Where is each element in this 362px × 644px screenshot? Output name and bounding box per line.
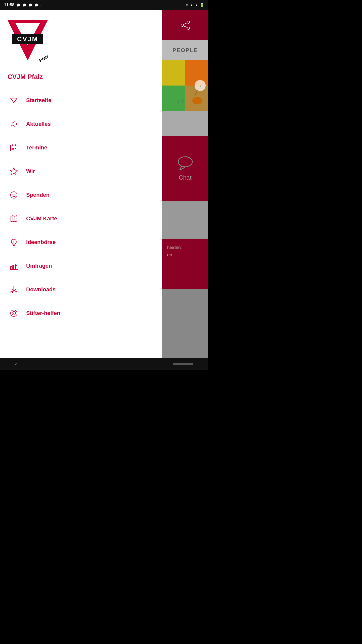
svg-text:Pfalz: Pfalz xyxy=(38,54,48,63)
sidebar-item-umfragen[interactable]: Umfragen xyxy=(0,254,162,278)
wifi-icon: ▲ xyxy=(190,3,193,7)
svg-rect-44 xyxy=(162,60,185,86)
svg-rect-27 xyxy=(12,265,14,269)
partial-text-1: heiden. xyxy=(167,244,203,251)
status-bar-right: ⊖ ▲ ▲ 🔋 xyxy=(186,3,204,7)
sidebar-item-downloads[interactable]: Downloads xyxy=(0,278,162,301)
people-label: PEOPLE xyxy=(172,47,198,54)
svg-rect-11 xyxy=(12,148,13,149)
nav-label-cvjm-karte: CVJM Karte xyxy=(26,215,57,222)
status-bar-left: 11:58 💬 💬 💬 💬 • xyxy=(4,3,41,7)
nav-list: Startseite Aktuelles xyxy=(0,86,162,328)
nav-label-wir: Wir xyxy=(26,168,35,175)
nav-label-termine: Termine xyxy=(26,144,47,151)
share-panel[interactable] xyxy=(162,10,208,40)
svg-rect-28 xyxy=(14,264,15,269)
sidebar-item-startseite[interactable]: Startseite xyxy=(0,89,162,112)
svg-line-42 xyxy=(184,26,187,27)
sidebar-item-cvjm-karte[interactable]: CVJM Karte xyxy=(0,207,162,230)
svg-rect-13 xyxy=(15,148,16,149)
megaphone-icon xyxy=(8,118,20,130)
next-image-button[interactable]: › xyxy=(195,80,206,91)
nav-label-umfragen: Umfragen xyxy=(26,263,52,269)
logo-svg: CVJM Pfalz xyxy=(8,20,48,70)
svg-point-39 xyxy=(187,27,190,29)
right-panel: PEOPLE ♪ ♫ › xyxy=(162,10,208,358)
svg-point-51 xyxy=(178,157,192,167)
gray-spacer-1 xyxy=(162,111,208,136)
notification-icon-2: 💬 xyxy=(22,3,26,7)
signal-block-icon: ⊖ xyxy=(186,3,188,7)
svg-rect-29 xyxy=(16,266,17,269)
svg-marker-5 xyxy=(11,98,17,103)
download-icon xyxy=(8,283,20,296)
dot-indicator: • xyxy=(40,4,41,7)
nav-label-stifter-helfen: Stifter-helfen xyxy=(26,310,60,316)
svg-rect-26 xyxy=(11,267,12,269)
image-panel[interactable]: ♪ ♫ › xyxy=(162,60,208,111)
main-container: CVJM Pfalz CVJM Pfalz Startseite xyxy=(0,10,208,358)
battery-icon: 🔋 xyxy=(200,3,204,7)
svg-point-48 xyxy=(192,97,202,104)
svg-point-38 xyxy=(187,21,190,23)
svg-marker-16 xyxy=(10,168,17,175)
svg-rect-32 xyxy=(15,291,17,293)
svg-text:CVJM: CVJM xyxy=(17,35,38,43)
notification-icon-4: 💬 xyxy=(34,3,38,7)
map-icon xyxy=(8,212,20,225)
time-display: 11:58 xyxy=(4,3,14,7)
svg-rect-12 xyxy=(13,148,14,149)
share-icon xyxy=(180,20,190,30)
sidebar-app-title: CVJM Pfalz xyxy=(8,73,155,81)
nav-label-ideenboerse: Ideenbörse xyxy=(26,239,56,246)
sidebar-header: CVJM Pfalz CVJM Pfalz xyxy=(0,10,162,86)
sidebar-item-termine[interactable]: Termine xyxy=(0,136,162,159)
image-inner: ♪ ♫ › xyxy=(162,60,208,111)
gray-spacer-2 xyxy=(162,201,208,239)
sidebar-drawer[interactable]: CVJM Pfalz CVJM Pfalz Startseite xyxy=(0,10,162,358)
svg-point-36 xyxy=(13,313,14,314)
nav-label-downloads: Downloads xyxy=(26,286,56,293)
partial-text-2: en xyxy=(167,251,203,259)
smiley-icon xyxy=(8,189,20,201)
notification-icon-3: 💬 xyxy=(28,3,32,7)
svg-point-18 xyxy=(13,194,13,195)
nav-label-spenden: Spenden xyxy=(26,192,50,198)
home-indicator[interactable] xyxy=(173,363,193,365)
notification-icon-1: 💬 xyxy=(16,3,20,7)
chat-label: Chat xyxy=(179,174,192,181)
star-icon xyxy=(8,165,20,178)
svg-point-19 xyxy=(15,194,15,195)
chat-bubble-icon xyxy=(178,156,193,170)
status-bar: 11:58 💬 💬 💬 💬 • ⊖ ▲ ▲ 🔋 xyxy=(0,0,208,10)
people-panel: PEOPLE xyxy=(162,40,208,60)
back-button[interactable]: ‹ xyxy=(15,361,17,367)
signal-icon: ▲ xyxy=(195,3,198,7)
svg-text:♪ ♫: ♪ ♫ xyxy=(177,99,185,104)
dark-panel-2: heiden. en xyxy=(162,239,208,289)
sidebar-item-stifter-helfen[interactable]: Stifter-helfen xyxy=(0,301,162,325)
svg-rect-15 xyxy=(13,149,14,150)
nav-label-aktuelles: Aktuelles xyxy=(26,121,51,127)
svg-line-41 xyxy=(184,23,187,24)
triangle-down-icon xyxy=(8,94,20,107)
svg-point-40 xyxy=(181,24,184,26)
sidebar-item-aktuelles[interactable]: Aktuelles xyxy=(0,112,162,136)
calendar-icon xyxy=(8,141,20,154)
sidebar-item-wir[interactable]: Wir xyxy=(0,159,162,183)
bottom-nav-bar: ‹ xyxy=(0,358,208,370)
sidebar-item-ideenboerse[interactable]: Ideenbörse xyxy=(0,230,162,254)
barchart-icon xyxy=(8,260,20,272)
target-icon xyxy=(8,307,20,319)
cvjm-logo: CVJM Pfalz xyxy=(8,20,48,70)
svg-rect-31 xyxy=(11,291,13,293)
svg-rect-46 xyxy=(162,86,185,111)
svg-rect-14 xyxy=(12,149,13,150)
svg-point-25 xyxy=(14,243,14,244)
svg-line-6 xyxy=(12,125,12,127)
lightbulb-icon xyxy=(8,236,20,249)
chat-panel[interactable]: Chat xyxy=(162,136,208,201)
svg-point-17 xyxy=(11,192,17,198)
nav-label-startseite: Startseite xyxy=(26,97,51,104)
sidebar-item-spenden[interactable]: Spenden xyxy=(0,183,162,207)
